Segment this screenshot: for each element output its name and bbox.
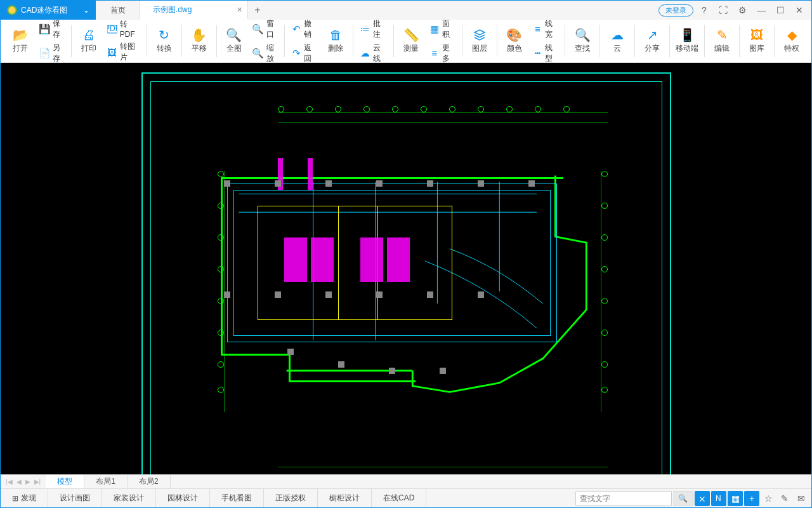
tab-file[interactable]: 示例图.dwg × [140, 1, 248, 20]
folder-open-icon: 📂 [13, 28, 27, 42]
status-bar: ⊞发现 设计画图 家装设计 园林设计 手机看图 正版授权 橱柜设计 在线CAD … [1, 488, 811, 507]
floorplan [189, 139, 624, 444]
search-input[interactable] [576, 494, 671, 503]
linetype-icon: ┅ [533, 48, 543, 59]
status-link-0[interactable]: 设计画图 [48, 489, 102, 507]
print-button[interactable]: 🖨打印 [74, 21, 103, 61]
cloud-line-button[interactable]: ☁云线 [358, 42, 388, 65]
lineweight-button[interactable]: ≡线宽 [532, 18, 560, 41]
gallery-button[interactable]: 🖼图库 [742, 21, 771, 61]
cloud-button[interactable]: ☁云 [603, 21, 632, 61]
convert-button[interactable]: ↻转换 [150, 21, 179, 61]
snap-endpoint-icon[interactable]: ⨯ [695, 491, 710, 506]
nav-first-icon[interactable]: |◀ [4, 478, 14, 485]
layout-tab-model[interactable]: 模型 [46, 475, 84, 488]
document-tabs: 首页 示例图.dwg × + [96, 1, 267, 20]
vip-button[interactable]: ◆特权 [777, 21, 806, 61]
ruler-icon: 📏 [404, 28, 418, 42]
lineweight-icon: ≡ [533, 23, 543, 35]
status-link-6[interactable]: 在线CAD [372, 489, 426, 507]
crosshair-icon[interactable]: + [744, 491, 759, 506]
find-button[interactable]: 🔍查找 [568, 21, 597, 61]
redo-button[interactable]: ↷返回 [290, 42, 318, 65]
status-link-2[interactable]: 园林设计 [156, 489, 210, 507]
main-toolbar: 📂打开 💾保存 📄另存 🖨打印 PDF转PDF 🖼转图片 ↻转换 ✋平移 🔍全图… [1, 20, 811, 63]
open-button[interactable]: 📂打开 [6, 21, 35, 61]
status-link-1[interactable]: 家装设计 [102, 489, 156, 507]
snap-nearest-icon[interactable]: N [711, 491, 726, 506]
status-link-5[interactable]: 橱柜设计 [318, 489, 372, 507]
favorite-icon[interactable]: ☆ [761, 491, 776, 506]
nav-last-icon[interactable]: ▶| [33, 478, 43, 485]
undo-icon: ↶ [291, 23, 301, 35]
trash-icon: 🗑 [329, 28, 343, 42]
status-link-3[interactable]: 手机看图 [210, 489, 264, 507]
layers-button[interactable]: 图层 [465, 21, 494, 61]
settings-icon[interactable]: ⚙ [734, 2, 750, 18]
close-tab-icon[interactable]: × [237, 4, 242, 15]
layout-nav: |◀ ◀ ▶ ▶| [1, 475, 46, 488]
message-icon[interactable]: ✉ [794, 491, 809, 506]
annotate-button[interactable]: ≔批注 [358, 18, 388, 41]
zoom-window-button[interactable]: 🔍窗口 [251, 18, 280, 41]
layers-icon [473, 28, 487, 42]
search-button[interactable]: 🔍 [673, 491, 693, 505]
linetype-button[interactable]: ┅线型 [532, 42, 560, 65]
print-icon: 🖨 [82, 28, 96, 42]
area-button[interactable]: ▦面积 [428, 18, 457, 41]
share-icon: ↗ [645, 28, 659, 42]
gallery-icon: 🖼 [750, 28, 764, 42]
zoom-window-icon: 🔍 [252, 23, 264, 35]
status-link-4[interactable]: 正版授权 [264, 489, 318, 507]
layout-tab-2[interactable]: 布局2 [128, 475, 171, 488]
maximize-icon[interactable]: ☐ [772, 2, 789, 18]
delete-button[interactable]: 🗑删除 [321, 21, 350, 61]
redo-icon: ↷ [291, 48, 301, 59]
fit-button[interactable]: 🔍全图 [219, 21, 249, 61]
refresh-icon: ↻ [157, 28, 171, 42]
color-button[interactable]: 🎨颜色 [500, 21, 529, 61]
save-button[interactable]: 💾保存 [37, 18, 66, 41]
mobile-button[interactable]: 📱移动端 [672, 21, 702, 61]
new-tab-button[interactable]: + [248, 1, 267, 20]
pan-button[interactable]: ✋平移 [185, 21, 214, 61]
feedback-icon[interactable]: ✎ [777, 491, 792, 506]
mobile-icon: 📱 [680, 28, 694, 42]
saveas-icon: 📄 [39, 48, 50, 59]
zoom-button[interactable]: 🔍缩放 [251, 42, 280, 65]
zoom-extents-icon: 🔍 [227, 28, 241, 42]
image-icon: 🖼 [107, 46, 117, 58]
snap-grid-icon[interactable]: ▦ [728, 491, 743, 506]
to-pdf-button[interactable]: PDF转PDF [106, 18, 141, 39]
minimize-icon[interactable]: — [753, 2, 769, 18]
app-menu[interactable]: CAD迷你看图 ⌄ [1, 1, 96, 20]
undo-button[interactable]: ↶撤销 [290, 18, 318, 41]
svg-text:N: N [716, 494, 721, 503]
to-image-button[interactable]: 🖼转图片 [106, 41, 141, 64]
area-icon: ▦ [429, 23, 440, 35]
more-button[interactable]: ≡更多 [428, 42, 457, 65]
saveas-button[interactable]: 📄另存 [37, 42, 66, 65]
discover-button[interactable]: ⊞发现 [1, 489, 48, 507]
search-box [575, 491, 672, 505]
edit-button[interactable]: ✎编辑 [707, 21, 737, 61]
nav-next-icon[interactable]: ▶ [24, 478, 32, 485]
nav-prev-icon[interactable]: ◀ [15, 478, 23, 485]
fullscreen-icon[interactable]: ⛶ [715, 2, 731, 18]
zoom-icon: 🔍 [252, 48, 264, 59]
help-icon[interactable]: ? [696, 2, 712, 18]
palette-icon: 🎨 [508, 28, 521, 42]
login-button[interactable]: 未登录 [658, 4, 693, 17]
layout-tabs: |◀ ◀ ▶ ▶| 模型 布局1 布局2 [1, 474, 811, 488]
crown-icon: ◆ [785, 28, 799, 42]
save-icon: 💾 [39, 23, 50, 35]
tab-home[interactable]: 首页 [96, 1, 140, 20]
grid-icon: ⊞ [12, 494, 18, 503]
close-icon[interactable]: ✕ [791, 2, 808, 18]
svg-text:PDF: PDF [107, 25, 117, 33]
measure-button[interactable]: 📏测量 [396, 21, 426, 61]
edit-icon: ✎ [715, 28, 729, 42]
layout-tab-1[interactable]: 布局1 [84, 475, 128, 488]
share-button[interactable]: ↗分享 [638, 21, 667, 61]
drawing-canvas[interactable]: /*placeholder*/ [1, 63, 811, 474]
